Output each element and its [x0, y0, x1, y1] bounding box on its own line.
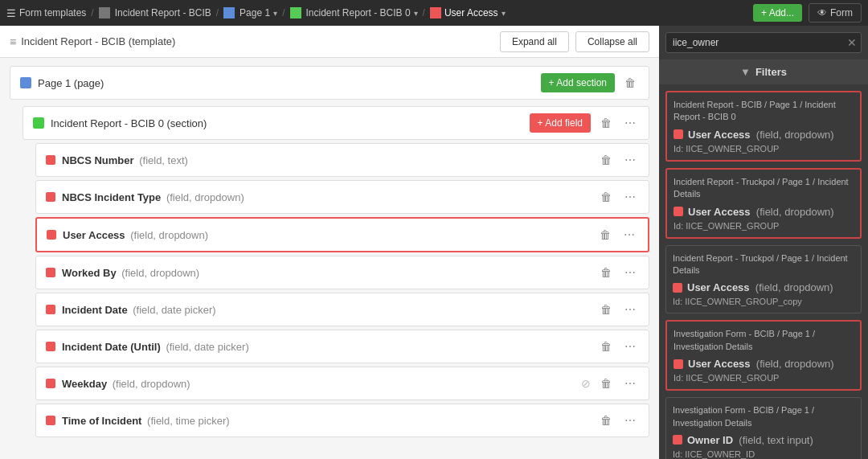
field-more-button[interactable]: ⋯	[621, 374, 639, 393]
section-more-button[interactable]: ⋯	[621, 113, 639, 133]
field-badge-icon	[46, 416, 55, 425]
topbar-actions: + Add... 👁 Form	[753, 3, 862, 23]
separator2: /	[216, 7, 219, 18]
field-badge-icon	[46, 268, 55, 277]
field-more-button[interactable]: ⋯	[620, 225, 638, 244]
breadcrumb-incident-report[interactable]: Incident Report - BCIB	[115, 7, 211, 18]
field-label: Worked By (field, dropdown)	[46, 267, 199, 279]
field-delete-button[interactable]: 🗑	[597, 337, 615, 356]
filter-path: Investigation Form - BCIB / Page 1 / Inv…	[673, 404, 854, 429]
form-button[interactable]: 👁 Form	[809, 3, 862, 23]
chevron-icon-2: ▾	[414, 9, 418, 18]
separator: /	[91, 7, 93, 18]
field-more-button[interactable]: ⋯	[621, 411, 639, 430]
field-item[interactable]: Worked By (field, dropdown) 🗑 ⋯	[35, 256, 649, 289]
field-more-button[interactable]: ⋯	[621, 300, 639, 319]
section-row: Incident Report - BCIB 0 (section) + Add…	[23, 106, 649, 140]
filters-title: Filters	[755, 66, 787, 78]
add-field-button[interactable]: + Add field	[530, 113, 591, 133]
breadcrumb-form-templates[interactable]: Form templates	[19, 7, 86, 18]
filter-path: Incident Report - Truckpol / Page 1 / In…	[673, 252, 854, 277]
section-delete-button[interactable]: 🗑	[597, 113, 615, 133]
field-name: Weekday	[62, 378, 107, 390]
filter-result-item[interactable]: Incident Report - Truckpol / Page 1 / In…	[665, 168, 862, 239]
filter-field: User Access (field, dropdown)	[674, 129, 854, 141]
filter-field-label: User Access (field, dropdown)	[687, 281, 833, 293]
field-item[interactable]: User Access (field, dropdown) 🗑 ⋯	[35, 217, 649, 252]
field-more-button[interactable]: ⋯	[621, 187, 639, 207]
page-row: Page 1 (page) + Add section 🗑	[10, 66, 649, 100]
field-item[interactable]: Time of Incident (field, time picker) 🗑 …	[35, 404, 649, 437]
field-name: Incident Date (Until)	[62, 341, 161, 353]
filter-field-badge	[673, 283, 682, 293]
field-delete-button[interactable]: 🗑	[597, 300, 615, 319]
breadcrumb-section[interactable]: Incident Report - BCIB 0	[306, 7, 411, 18]
field-delete-button[interactable]: 🗑	[597, 374, 615, 393]
filter-field-type: (field, dropdown)	[753, 129, 833, 141]
add-section-button[interactable]: + Add section	[541, 73, 615, 92]
field-actions: 🗑 ⋯	[596, 225, 638, 244]
filter-field-type: (field, dropdown)	[752, 281, 833, 293]
field-label: NBCS Incident Type (field, dropdown)	[46, 191, 244, 203]
filter-field-name: User Access	[687, 281, 750, 293]
filter-field-id: Id: IICE_OWNER_ID	[673, 449, 854, 459]
info-icon: ⊘	[581, 377, 591, 390]
field-delete-button[interactable]: 🗑	[597, 263, 615, 282]
filter-result-item[interactable]: Incident Report - BCIB / Page 1 / Incide…	[665, 91, 862, 162]
field-item[interactable]: NBCS Number (field, text) 🗑 ⋯	[35, 143, 649, 177]
section-actions: + Add field 🗑 ⋯	[530, 113, 639, 133]
field-actions: ⊘ 🗑 ⋯	[581, 374, 639, 393]
breadcrumb-user-access: User Access	[444, 7, 498, 18]
field-badge-icon	[46, 155, 55, 165]
field-badge-icon	[46, 192, 55, 202]
filter-field-id: Id: IICE_OWNER_GROUP	[674, 221, 854, 231]
field-item[interactable]: Incident Date (Until) (field, date picke…	[35, 330, 649, 363]
collapse-all-button[interactable]: Collapse all	[575, 31, 649, 52]
field-actions: 🗑 ⋯	[597, 337, 639, 356]
field-delete-button[interactable]: 🗑	[597, 187, 615, 207]
section-icon-bc	[290, 7, 301, 18]
filter-field-name: User Access	[688, 206, 751, 218]
page-delete-button[interactable]: 🗑	[621, 73, 639, 92]
filter-result-item[interactable]: Investigation Form - BCIB / Page 1 / Inv…	[665, 320, 862, 391]
field-type: (field, dropdown)	[163, 191, 244, 203]
field-delete-button[interactable]: 🗑	[597, 411, 615, 430]
field-more-button[interactable]: ⋯	[621, 337, 639, 356]
page-badge-icon	[20, 77, 31, 88]
main-layout: ≡ Incident Report - BCIB (template) Expa…	[0, 26, 868, 459]
field-type: (field, dropdown)	[119, 267, 199, 279]
filter-field: User Access (field, dropdown)	[674, 358, 854, 370]
filter-field-name: User Access	[688, 129, 751, 141]
filter-results-list: Incident Report - BCIB / Page 1 / Incide…	[659, 91, 868, 459]
left-panel: ≡ Incident Report - BCIB (template) Expa…	[0, 26, 659, 459]
expand-all-button[interactable]: Expand all	[500, 31, 569, 52]
field-actions: 🗑 ⋯	[597, 187, 639, 207]
search-bar-container: ✕	[659, 26, 868, 59]
field-delete-button[interactable]: 🗑	[596, 225, 614, 244]
field-more-button[interactable]: ⋯	[621, 150, 639, 170]
filter-field-label: User Access (field, dropdown)	[688, 358, 834, 370]
field-item[interactable]: Weekday (field, dropdown) ⊘ 🗑 ⋯	[35, 367, 649, 400]
search-input[interactable]	[665, 32, 862, 53]
chevron-icon-1: ▾	[273, 9, 277, 18]
breadcrumb-page1[interactable]: Page 1	[240, 7, 270, 18]
separator3: /	[282, 7, 285, 18]
filter-result-item[interactable]: Investigation Form - BCIB / Page 1 / Inv…	[665, 397, 862, 459]
field-name: NBCS Number	[62, 154, 134, 166]
section-header-left: Incident Report - BCIB 0 (section)	[33, 117, 207, 129]
field-icon-bc	[430, 7, 441, 18]
field-delete-button[interactable]: 🗑	[597, 150, 615, 170]
add-button[interactable]: + Add...	[753, 4, 802, 22]
list-icon: ≡	[10, 35, 16, 48]
filter-field-badge	[674, 359, 683, 369]
field-badge-icon	[46, 342, 55, 351]
filter-result-item[interactable]: Incident Report - Truckpol / Page 1 / In…	[665, 245, 862, 314]
field-label: User Access (field, dropdown)	[47, 229, 208, 241]
filter-field-badge	[673, 435, 682, 445]
field-label: Time of Incident (field, time picker)	[46, 415, 230, 427]
page-header-left: Page 1 (page)	[20, 77, 104, 89]
field-more-button[interactable]: ⋯	[621, 263, 639, 282]
search-clear-button[interactable]: ✕	[847, 36, 857, 49]
field-item[interactable]: NBCS Incident Type (field, dropdown) 🗑 ⋯	[35, 180, 649, 214]
field-item[interactable]: Incident Date (field, date picker) 🗑 ⋯	[35, 293, 649, 326]
